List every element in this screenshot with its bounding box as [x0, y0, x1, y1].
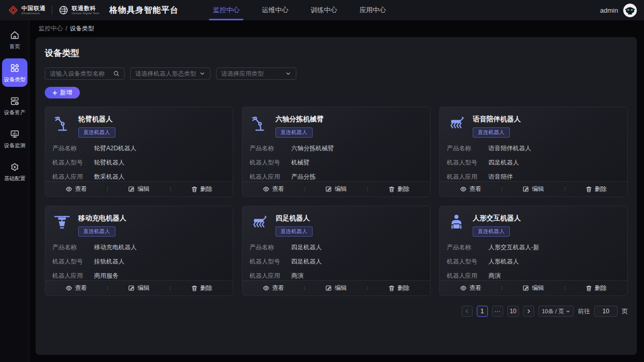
app-type-select[interactable]: 请选择应用类型: [216, 68, 296, 80]
device-type-card: 语音陪伴机器人 直连机器人 产品名称语音陪伴机器人 机器人型号四足机器人 机器人…: [439, 107, 628, 197]
nav-label: 应用中心: [359, 6, 386, 15]
view-button[interactable]: 查看: [440, 182, 502, 196]
info-value: 挂轨机器人: [94, 257, 125, 266]
edit-button[interactable]: 编辑: [108, 182, 170, 196]
card-tag: 直连机器人: [473, 226, 510, 237]
sidebar-item-home[interactable]: 首页: [2, 25, 27, 54]
card-title: 语音陪伴机器人: [473, 114, 521, 124]
card-title: 轮臂机器人: [78, 114, 115, 124]
sidebar-item-label: 首页: [9, 43, 20, 50]
device-type-card: 轮臂机器人 直连机器人 产品名称轮臂A2D机器人 机器人型号轮臂机器人 机器人应…: [45, 107, 233, 197]
view-button[interactable]: 查看: [45, 281, 107, 295]
info-label: 机器人型号: [52, 158, 94, 167]
edit-label: 编辑: [334, 284, 347, 292]
top-nav: 监控中心 运维中心 训练中心 应用中心: [202, 0, 397, 20]
page-button-10[interactable]: 10: [507, 306, 519, 317]
page-unit-label: 页: [622, 307, 628, 316]
page-size-select[interactable]: 10条 / 页: [538, 306, 574, 317]
nav-training-center[interactable]: 训练中心: [299, 0, 348, 20]
robot-form-type-select[interactable]: 请选择机器人形态类型: [130, 68, 210, 80]
add-button-label: 新增: [60, 88, 72, 97]
sidebar-item-device-asset[interactable]: 设备资产: [2, 91, 27, 120]
nav-app-center[interactable]: 应用中心: [348, 0, 397, 20]
info-label: 机器人型号: [250, 158, 291, 167]
info-value: 四足机器人: [291, 257, 322, 266]
edit-icon: [128, 285, 135, 291]
delete-button[interactable]: 删除: [368, 182, 430, 196]
edit-button[interactable]: 编辑: [108, 281, 170, 295]
delete-button[interactable]: 删除: [368, 281, 430, 295]
user-avatar[interactable]: [623, 4, 637, 17]
view-button[interactable]: 查看: [440, 281, 502, 295]
edit-icon: [325, 186, 332, 192]
info-label: 机器人型号: [447, 158, 488, 167]
nav-monitor-center[interactable]: 监控中心: [202, 0, 251, 20]
breadcrumb: 监控中心/设备类型: [29, 20, 644, 36]
breadcrumb-parent[interactable]: 监控中心: [39, 25, 63, 32]
card-title: 移动充电机器人: [78, 213, 127, 223]
delete-button[interactable]: 删除: [171, 182, 233, 196]
breadcrumb-current: 设备类型: [70, 25, 94, 32]
sidebar-item-device-monitor[interactable]: 设备监测: [2, 124, 27, 153]
edit-icon: [325, 285, 332, 291]
edit-button[interactable]: 编辑: [502, 281, 564, 295]
info-value: 移动充电机器人: [94, 243, 137, 252]
chevron-down-icon: [285, 71, 291, 77]
info-label: 产品名称: [447, 243, 488, 252]
more-pages-button[interactable]: ···: [492, 306, 503, 317]
nav-label: 监控中心: [213, 6, 239, 15]
page-button-1[interactable]: 1: [477, 306, 488, 317]
robot-arm-icon: [52, 114, 72, 133]
view-label: 查看: [75, 284, 87, 292]
unicom-digital-logo: 联通数科 Unicom Digital Tech: [58, 5, 99, 15]
chevron-down-icon: [199, 71, 205, 77]
device-type-search-input[interactable]: [50, 70, 113, 77]
view-button[interactable]: 查看: [242, 281, 304, 295]
delete-button[interactable]: 删除: [565, 182, 627, 196]
info-value: 轮臂机器人: [94, 158, 125, 167]
sidebar-item-label: 基础配置: [4, 175, 25, 182]
trash-icon: [191, 285, 198, 291]
device-type-card: 人形交互机器人 直连机器人 产品名称人形交互机器人-新 机器人型号人形机器人 机…: [439, 206, 628, 296]
pagination: 1 ··· 10 10条 / 页 前往 页: [45, 306, 628, 317]
info-label: 机器人应用: [447, 173, 488, 181]
info-label: 机器人型号: [447, 257, 488, 266]
view-label: 查看: [75, 185, 87, 193]
edit-button[interactable]: 编辑: [305, 281, 367, 295]
delete-button[interactable]: 删除: [565, 281, 627, 295]
chevron-right-icon: [526, 309, 531, 314]
add-device-type-button[interactable]: 新增: [45, 87, 80, 98]
device-type-card-grid: 轮臂机器人 直连机器人 产品名称轮臂A2D机器人 机器人型号轮臂机器人 机器人应…: [45, 107, 628, 296]
info-label: 机器人应用: [52, 272, 94, 280]
goto-page-input[interactable]: [594, 306, 618, 317]
username-label: admin: [600, 7, 618, 14]
prev-page-button[interactable]: [462, 306, 473, 317]
delete-button[interactable]: 删除: [171, 281, 233, 295]
quadruped-robot-icon: [250, 213, 269, 232]
device-monitor-icon: [10, 129, 20, 139]
view-button[interactable]: 查看: [242, 182, 304, 196]
card-tag: 直连机器人: [78, 226, 115, 237]
delete-label: 删除: [200, 284, 212, 292]
eye-icon: [460, 186, 467, 192]
next-page-button[interactable]: [523, 306, 534, 317]
nav-ops-center[interactable]: 运维中心: [251, 0, 299, 20]
edit-button[interactable]: 编辑: [502, 182, 564, 196]
goto-label: 前往: [578, 307, 590, 316]
info-label: 产品名称: [250, 243, 291, 252]
sidebar-item-device-type[interactable]: 设备类型: [2, 58, 27, 87]
device-type-search-box: [45, 68, 125, 80]
device-type-icon: [10, 63, 20, 73]
edit-icon: [523, 285, 529, 291]
card-tag: 直连机器人: [78, 127, 115, 138]
quadruped-robot-icon: [447, 114, 466, 133]
device-type-card: 移动充电机器人 直连机器人 产品名称移动充电机器人 机器人型号挂轨机器人 机器人…: [45, 206, 233, 296]
chevron-down-icon: [566, 309, 570, 314]
unicom-knot-icon: [8, 5, 18, 15]
info-value: 商演: [291, 272, 303, 280]
delete-label: 删除: [397, 284, 410, 292]
edit-button[interactable]: 编辑: [305, 182, 367, 196]
sidebar-item-base-config[interactable]: 基础配置: [2, 157, 27, 186]
search-icon[interactable]: [113, 71, 119, 77]
view-button[interactable]: 查看: [45, 182, 107, 196]
